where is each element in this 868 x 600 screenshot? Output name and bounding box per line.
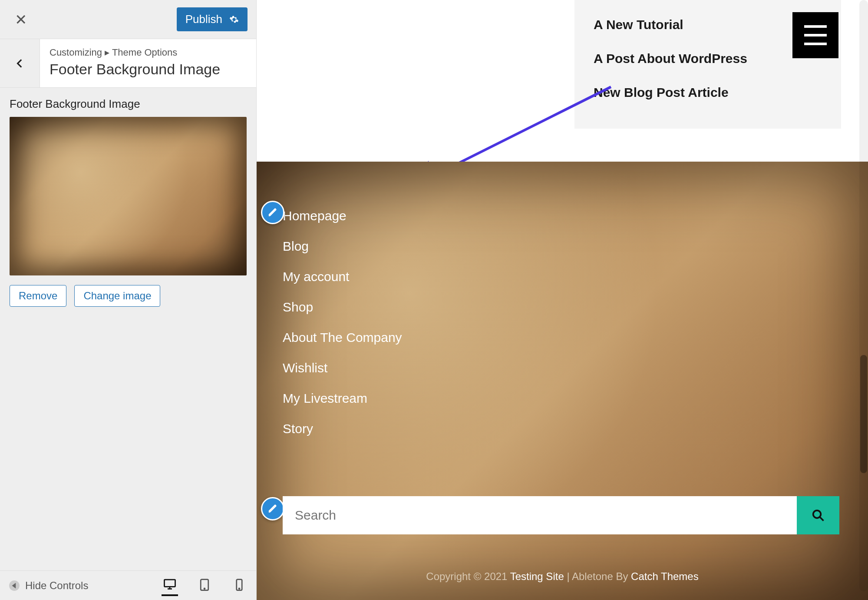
site-name[interactable]: Testing Site bbox=[510, 570, 564, 582]
edit-shortcut-button[interactable] bbox=[261, 201, 284, 224]
image-actions: Remove Change image bbox=[10, 285, 247, 307]
search-icon bbox=[812, 509, 825, 522]
desktop-icon bbox=[163, 577, 176, 590]
footer-nav: Homepage Blog My account Shop About The … bbox=[283, 201, 842, 444]
footer-search bbox=[283, 496, 839, 534]
theme-link[interactable]: Catch Themes bbox=[631, 570, 699, 582]
remove-button[interactable]: Remove bbox=[10, 285, 66, 307]
copyright-mid: | Abletone By bbox=[567, 570, 631, 582]
post-link[interactable]: New Blog Post Article bbox=[594, 76, 822, 109]
panel-title: Footer Background Image bbox=[50, 61, 247, 78]
close-icon: ✕ bbox=[15, 11, 27, 28]
device-desktop-button[interactable] bbox=[162, 575, 178, 596]
svg-point-8 bbox=[813, 510, 821, 518]
breadcrumb: Customizing ▸ Theme Options bbox=[50, 47, 247, 58]
back-button[interactable] bbox=[0, 39, 40, 87]
pencil-icon bbox=[267, 207, 278, 218]
breadcrumb-root: Customizing bbox=[50, 47, 102, 58]
device-toggles bbox=[162, 575, 248, 596]
footer-link[interactable]: Blog bbox=[283, 231, 842, 262]
footer-link[interactable]: My account bbox=[283, 262, 842, 292]
sidebar-body: Footer Background Image Remove Change im… bbox=[0, 88, 256, 570]
hide-controls-button[interactable]: Hide Controls bbox=[9, 580, 88, 592]
tablet-icon bbox=[198, 578, 211, 591]
hamburger-icon bbox=[804, 25, 827, 28]
svg-point-6 bbox=[239, 588, 240, 589]
preview-pane: A New Tutorial A Post About WordPress Ne… bbox=[257, 0, 868, 600]
post-link[interactable]: A Post About WordPress bbox=[594, 42, 822, 76]
publish-label: Publish bbox=[185, 13, 222, 26]
close-button[interactable]: ✕ bbox=[9, 7, 33, 32]
hamburger-icon bbox=[804, 43, 827, 45]
sidebar-footer: Hide Controls bbox=[0, 570, 256, 600]
breadcrumb-sep: ▸ bbox=[105, 47, 112, 58]
sidebar-topbar: ✕ Publish bbox=[0, 0, 256, 39]
breadcrumb-parent: Theme Options bbox=[112, 47, 177, 58]
footer-link[interactable]: My Livestream bbox=[283, 383, 842, 414]
publish-button[interactable]: Publish bbox=[177, 7, 248, 31]
post-link[interactable]: A New Tutorial bbox=[594, 8, 822, 42]
svg-line-9 bbox=[820, 517, 824, 521]
search-button[interactable] bbox=[797, 496, 839, 534]
collapse-icon bbox=[9, 580, 20, 591]
copyright-prefix: Copyright © 2021 bbox=[426, 570, 510, 582]
scrollbar-thumb[interactable] bbox=[860, 355, 867, 473]
gear-icon bbox=[229, 15, 239, 24]
scrollbar[interactable] bbox=[859, 0, 868, 591]
copyright: Copyright © 2021 Testing Site | Abletone… bbox=[257, 570, 868, 583]
footer-link[interactable]: Story bbox=[283, 414, 842, 444]
chevron-left-icon bbox=[14, 58, 26, 69]
sidebar-header: Customizing ▸ Theme Options Footer Backg… bbox=[0, 39, 256, 88]
pencil-icon bbox=[267, 504, 278, 514]
site-footer: Homepage Blog My account Shop About The … bbox=[257, 162, 868, 600]
image-preview[interactable] bbox=[10, 117, 247, 275]
hamburger-icon bbox=[804, 34, 827, 36]
header-text: Customizing ▸ Theme Options Footer Backg… bbox=[40, 39, 256, 87]
mobile-icon bbox=[233, 578, 246, 591]
svg-point-4 bbox=[204, 588, 205, 589]
device-mobile-button[interactable] bbox=[231, 576, 248, 595]
svg-rect-2 bbox=[165, 580, 175, 587]
footer-link[interactable]: Wishlist bbox=[283, 353, 842, 383]
customizer-sidebar: ✕ Publish Customizing ▸ Theme Options bbox=[0, 0, 257, 600]
field-label: Footer Background Image bbox=[10, 97, 247, 111]
footer-link[interactable]: About The Company bbox=[283, 322, 842, 353]
search-input[interactable] bbox=[283, 496, 797, 534]
hamburger-menu-button[interactable] bbox=[792, 12, 838, 58]
hide-controls-label: Hide Controls bbox=[25, 580, 88, 592]
change-image-button[interactable]: Change image bbox=[74, 285, 160, 307]
footer-link[interactable]: Shop bbox=[283, 292, 842, 322]
footer-link[interactable]: Homepage bbox=[283, 201, 842, 231]
device-tablet-button[interactable] bbox=[196, 576, 213, 595]
edit-shortcut-button[interactable] bbox=[261, 497, 284, 520]
